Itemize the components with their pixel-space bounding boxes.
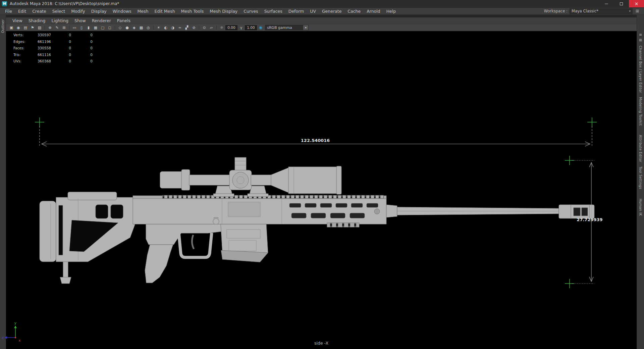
grease-pencil-icon[interactable]: ✎ [54,25,60,31]
pmenu-panels[interactable]: Panels [114,18,133,23]
chevron-down-icon: ▾ [629,9,631,13]
tab-attribute-editor[interactable]: Attribute Editor [639,135,642,162]
menu-file[interactable]: File [2,8,15,15]
hud-sel: 0 [51,32,71,39]
workspace-dropdown[interactable]: Maya Classic* ▾ [570,8,633,14]
window-controls: × [599,0,644,7]
menu-select[interactable]: Select [49,8,68,15]
menu-windows[interactable]: Windows [110,8,135,15]
menu-edit[interactable]: Edit [15,8,29,15]
safe-title-icon[interactable]: ◻ [106,25,113,31]
isolate-select-icon[interactable]: ⊙ [201,25,208,31]
gamma-field[interactable]: 1.00 [245,25,257,30]
maya-app-icon: M [2,1,7,6]
shadows-icon[interactable]: ◐ [162,25,169,31]
panel-toolbar: ▣ ◉ ▤ ⚑ ▧ ⊕ ✎ ⊞ ▭ ▯ ▮ ▦ ▢ ◻ ◇ ● ◈ ▩ [6,24,637,31]
grid-icon[interactable]: ⊞ [61,25,67,31]
sidebar-list-icon[interactable]: ≡ [639,32,642,38]
hud-label: Verts: [13,32,34,39]
pmenu-view[interactable]: View [9,18,25,23]
tab-channel-box-layer-editor[interactable]: Channel Box / Layer Editor [639,46,642,93]
all-lights-icon[interactable]: ☀ [155,25,162,31]
gamma-icon[interactable]: γ [238,25,245,31]
restore-button[interactable] [614,0,629,7]
smooth-shade-icon[interactable]: ● [124,25,130,31]
view-transform-value: sRGB gamma [267,26,292,30]
safe-action-icon[interactable]: ▢ [99,25,106,31]
exposure-toggle-icon[interactable]: ☼ [218,25,225,31]
hud-row-uvs: UVs: 360368 0 0 [13,58,93,65]
menu-mesh-tools[interactable]: Mesh Tools [178,8,207,15]
hud-other: 0 [71,58,93,65]
pmenu-shading[interactable]: Shading [25,18,49,23]
menu-display[interactable]: Display [88,8,110,15]
screen-space-ao-icon[interactable]: ◑ [169,25,176,31]
close-button[interactable]: × [629,0,644,7]
menu-cache[interactable]: Cache [344,8,364,15]
depth-of-field-icon[interactable]: ⊘ [191,25,197,31]
pmenu-renderer[interactable]: Renderer [89,18,114,23]
tab-tool-settings[interactable]: Tool Settings [639,166,642,189]
tab-outliner[interactable]: Outliner [1,19,5,33]
wireframe-icon[interactable]: ◇ [117,25,123,31]
workspace-value: Maya Classic* [572,9,598,13]
menu-help[interactable]: Help [383,8,399,15]
exposure-field[interactable]: 0.00 [225,25,237,30]
hud-label: UVs: [13,58,34,65]
use-default-material-icon[interactable]: ◎ [145,25,152,31]
menu-surfaces[interactable]: Surfaces [261,8,285,15]
toolbar-separator [216,25,217,30]
menu-mesh-display[interactable]: Mesh Display [207,8,240,15]
toolbar-separator [199,25,199,30]
workspace-label: Workspace : [544,9,568,13]
menu-create[interactable]: Create [29,8,49,15]
minimize-icon [605,4,608,4]
motion-blur-icon[interactable]: ≈ [176,25,183,31]
menu-modify[interactable]: Modify [68,8,88,15]
hud-other: 0 [71,39,93,45]
menu-arnold[interactable]: Arnold [364,8,383,15]
field-chart-icon[interactable]: ▦ [92,25,99,31]
multisample-icon[interactable]: ▞ [183,25,190,31]
lock-camera-icon[interactable]: ◉ [15,25,22,31]
view-transform-dropdown[interactable]: sRGB gamma ▾ [265,25,309,30]
hud-other: 0 [71,45,93,52]
hud-total: 330558 [34,45,51,52]
minimize-button[interactable] [599,0,614,7]
hud-sel: 0 [51,39,71,45]
hud-total: 661196 [34,39,51,45]
film-gate-icon[interactable]: ▭ [71,25,78,31]
hud-row-faces: Faces: 330558 0 0 [13,45,93,52]
tab-human-ik[interactable]: Human IK [639,199,642,216]
bookmarks-icon[interactable]: ⚑ [29,25,36,31]
select-camera-icon[interactable]: ▣ [8,25,15,31]
menu-edit-mesh[interactable]: Edit Mesh [151,8,178,15]
image-plane-icon[interactable]: ▧ [36,25,43,31]
color-management-icon[interactable]: ◉ [257,25,264,31]
menu-mesh[interactable]: Mesh [135,8,152,15]
restore-icon [620,2,623,5]
xray-icon[interactable]: ▱ [208,25,215,31]
menu-generate[interactable]: Generate [319,8,344,15]
camera-attributes-icon[interactable]: ▤ [22,25,29,31]
menu-deform[interactable]: Deform [285,8,307,15]
textured-icon[interactable]: ▩ [138,25,145,31]
2d-pan-zoom-icon[interactable]: ⊕ [47,25,53,31]
pmenu-show[interactable]: Show [71,18,89,23]
gate-mask-icon[interactable]: ▮ [85,25,92,31]
pmenu-lighting[interactable]: Lighting [48,18,71,23]
chevron-down-icon: ▾ [303,25,308,30]
maya-window: M Autodesk Maya 2018: C:\Users\VP\Deskto… [0,0,644,349]
sidebar-layout-icon[interactable]: ⊞ [639,38,642,43]
workspace-settings-icon[interactable]: ⊞ [634,9,641,13]
wireframe-on-shaded-icon[interactable]: ◈ [131,25,138,31]
tab-modeling-toolkit[interactable]: Modeling Toolkit [639,97,642,126]
toolbar-separator [153,25,154,30]
3d-viewport[interactable]: Verts: 330597 0 0 Edges: 661196 0 0 Face… [6,31,637,349]
resolution-gate-icon[interactable]: ▯ [78,25,85,31]
menu-curves[interactable]: Curves [240,8,261,15]
menu-uv[interactable]: UV [307,8,319,15]
poly-count-hud: Verts: 330597 0 0 Edges: 661196 0 0 Face… [13,32,93,65]
hud-row-edges: Edges: 661196 0 0 [13,39,93,45]
toolbar-separator [45,25,45,30]
